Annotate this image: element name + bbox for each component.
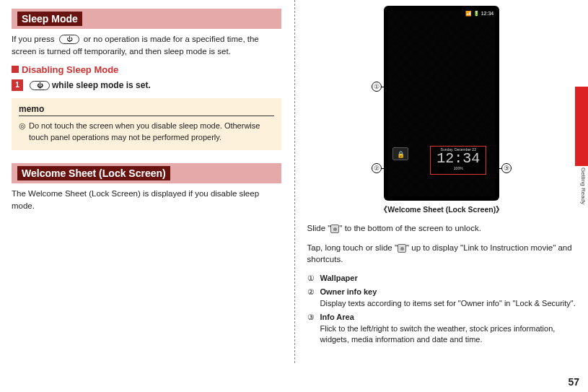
status-bar: 📶 🔋 12:34 [388,10,495,17]
callout-2: ② [372,163,382,173]
left-column: Sleep Mode If you press ⏻ or no operatio… [0,0,294,392]
step-badge-1: 1 [12,79,23,91]
red-square-icon [12,66,19,73]
tap-a: Tap, long touch or slide " [307,243,398,252]
power-key-icon: ⏻ [59,35,79,44]
item-desc-2: Display texts according to items set for… [320,298,577,309]
item-title-1: Wallpaper [320,273,577,284]
disable-title-text: Disabling Sleep Mode [22,64,118,75]
callout-list: ① Wallpaper ② Owner info key Display tex… [307,273,577,345]
subheading-disabling-sleep: Disabling Sleep Mode [12,64,281,75]
sleep-mode-description: If you press ⏻ or no operation is made f… [12,33,281,57]
lock-icon: 🔒 [397,151,405,158]
phone-screen: 📶 🔋 12:34 🔒 Sunday, December 22 12:34 10… [388,10,495,196]
callout-item-3: ③ Info Area Flick to the left/right to s… [307,312,577,345]
item-desc-3: Flick to the left/right to switch the we… [320,323,577,346]
side-tab-label: Getting Ready [576,167,587,204]
slide-handle-icon [398,244,406,253]
owner-info-key: 🔒 [392,147,408,160]
phone-illustration-wrap: ① ② ③ 📶 🔋 12:34 🔒 Sunday, Decemb [373,6,510,201]
section-title-sleep-mode: Sleep Mode [17,12,82,26]
power-glyph: ⏻ [37,82,43,89]
info-area: Sunday, December 22 12:34 100% [430,146,486,175]
item-num-3: ③ [307,312,317,345]
signal-icon: 📶 [465,11,472,16]
item-num-2: ② [307,287,317,309]
callout-item-1: ① Wallpaper [307,273,577,284]
memo-text: Do not touch the screen when you disable… [29,121,274,143]
callout-1: ① [372,82,382,92]
lock-clock: 12:34 [431,152,486,166]
power-glyph: ⏻ [66,35,72,44]
callout-item-2: ② Owner info key Display texts according… [307,287,577,309]
item-num-1: ① [307,273,317,284]
slide-handle-icon [330,225,339,233]
tap-instruction: Tap, long touch or slide "" up to displa… [307,242,577,266]
section-header-welcome-sheet: Welcome Sheet (Lock Screen) [12,163,281,183]
item-body-3: Info Area Flick to the left/right to swi… [320,312,577,345]
item-body-2: Owner info key Display texts according t… [320,287,577,309]
power-key-icon: ⏻ [30,81,50,90]
item-body-1: Wallpaper [320,273,577,284]
memo-box: memo ◎ Do not touch the screen when you … [12,98,281,150]
phone-caption: 《Welcome Sheet (Lock Screen)》 [307,205,577,215]
page-number: 57 [568,376,579,388]
side-tab [575,87,588,166]
slide-a: Slide " [307,224,331,232]
sleep-body-a: If you press [12,35,57,43]
memo-item: ◎ Do not touch the screen when you disab… [19,121,274,143]
welcome-sheet-description: The Welcome Sheet (Lock Screen) is displ… [12,188,281,212]
step-1-row: 1 ⏻ while sleep mode is set. [12,79,281,91]
step-1-text: while sleep mode is set. [52,80,151,90]
slide-b: " to the bottom of the screen to unlock. [339,224,481,232]
slide-instruction: Slide "" to the bottom of the screen to … [307,222,577,235]
item-title-2: Owner info key [320,287,577,297]
section-header-sleep-mode: Sleep Mode [12,9,281,29]
section-title-welcome-sheet: Welcome Sheet (Lock Screen) [17,166,170,180]
memo-bullet-icon: ◎ [19,121,26,143]
phone-frame: 📶 🔋 12:34 🔒 Sunday, December 22 12:34 10… [384,6,499,201]
battery-icon: 🔋 [473,11,480,16]
callout-3: ③ [501,163,512,173]
memo-title: memo [19,104,274,116]
item-title-3: Info Area [320,312,577,323]
status-time: 12:34 [481,11,494,16]
right-column: ① ② ③ 📶 🔋 12:34 🔒 Sunday, Decemb [294,0,589,392]
